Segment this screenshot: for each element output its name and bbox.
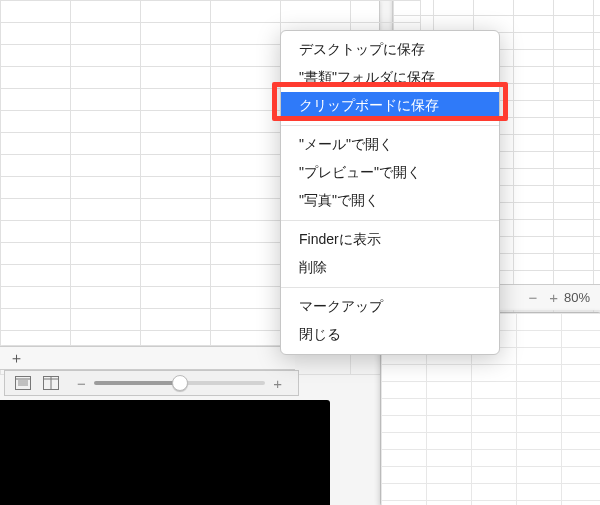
menu-separator — [281, 220, 499, 221]
zoom-in-button[interactable]: + — [543, 289, 564, 306]
menu-separator — [281, 287, 499, 288]
menu-item[interactable]: "メール"で開く — [281, 131, 499, 159]
menu-item[interactable]: "プレビュー"で開く — [281, 159, 499, 187]
view-split-icon[interactable] — [39, 373, 63, 393]
view-page-icon[interactable] — [11, 373, 35, 393]
menu-item[interactable]: クリップボードに保存 — [281, 92, 499, 120]
menu-item[interactable]: "写真"で開く — [281, 187, 499, 215]
menu-item[interactable]: Finderに表示 — [281, 226, 499, 254]
menu-item[interactable]: 削除 — [281, 254, 499, 282]
zoom-out-button[interactable]: − — [522, 289, 543, 306]
zoom-slider[interactable]: − + — [67, 375, 292, 392]
zoom-value: 80% — [564, 290, 590, 305]
dark-panel — [0, 400, 330, 505]
sheet-tab-bar: ＋ — [0, 346, 295, 370]
context-menu: デスクトップに保存"書類"フォルダに保存クリップボードに保存"メール"で開く"プ… — [280, 30, 500, 355]
menu-item[interactable]: 閉じる — [281, 321, 499, 349]
zoom-control: − + 80% — [492, 284, 600, 310]
menu-item[interactable]: マークアップ — [281, 293, 499, 321]
slider-track — [94, 381, 265, 385]
menu-item[interactable]: デスクトップに保存 — [281, 36, 499, 64]
add-sheet-button[interactable]: ＋ — [8, 350, 24, 366]
menu-separator — [281, 125, 499, 126]
menu-item[interactable]: "書類"フォルダに保存 — [281, 64, 499, 92]
plus-icon: + — [269, 375, 286, 392]
minus-icon: − — [73, 375, 90, 392]
footer-toolbar: − + — [4, 370, 299, 396]
slider-knob[interactable] — [172, 375, 188, 391]
